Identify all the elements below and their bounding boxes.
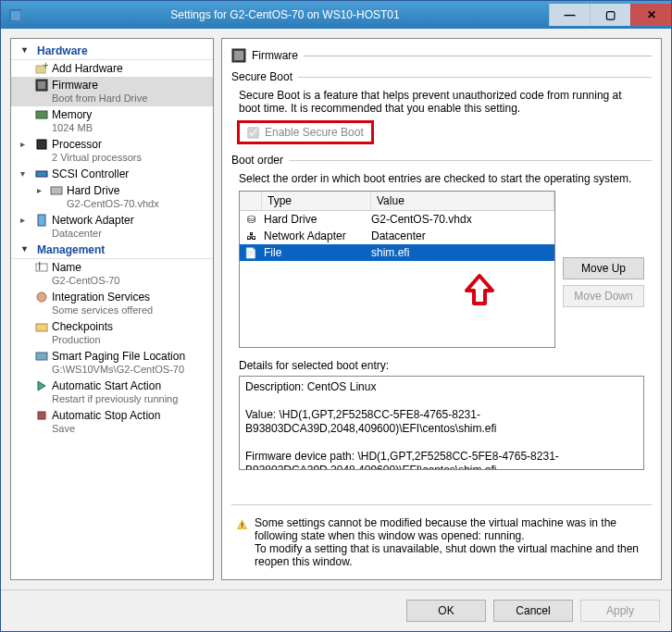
hard-drive-icon: ⛁	[240, 214, 262, 226]
sidebar-item-sub: G:\WS10VMs\G2-CentOS-70	[52, 363, 209, 376]
paging-icon	[35, 350, 48, 363]
close-button[interactable]: ✕	[630, 4, 671, 26]
svg-rect-6	[37, 140, 46, 149]
category-management[interactable]: Management	[11, 242, 213, 259]
col-type: Type	[262, 192, 371, 210]
boot-row-type: Network Adapter	[262, 229, 371, 242]
sidebar-item-label: Network Adapter	[52, 214, 134, 227]
checkpoints-icon	[35, 320, 48, 333]
collapse-icon[interactable]: ▾	[20, 167, 25, 180]
sidebar-item-sub: Restart if previously running	[52, 392, 209, 405]
sidebar-item-autostart[interactable]: Automatic Start Action Restart if previo…	[11, 378, 213, 407]
svg-rect-0	[10, 10, 21, 21]
sidebar-item-sub: Boot from Hard Drive	[52, 92, 209, 105]
sidebar-item-checkpoints[interactable]: Checkpoints Production	[11, 318, 213, 348]
panel-heading: Firmware	[252, 49, 298, 62]
firmware-icon	[35, 79, 48, 92]
boot-entry-details[interactable]: Description: CentOS Linux Value: \HD(1,G…	[239, 376, 644, 470]
window-title: Settings for G2-CentOS-70 on WS10-HOST01	[21, 8, 549, 21]
sidebar-item-sub: Production	[52, 333, 209, 346]
app-icon	[8, 8, 21, 21]
boot-row-type: File	[262, 246, 371, 259]
sidebar-item-network[interactable]: ▸ Network Adapter Datacenter	[11, 212, 213, 242]
hard-drive-icon	[50, 184, 63, 197]
cancel-button[interactable]: Cancel	[493, 600, 573, 622]
sidebar-item-label: Hard Drive	[67, 184, 119, 197]
name-icon: I	[35, 261, 48, 274]
boot-row-file[interactable]: 📄 File shim.efi	[240, 244, 554, 261]
boot-row-value: Datacenter	[371, 229, 554, 242]
warning-icon: !	[237, 516, 247, 533]
sidebar-item-memory[interactable]: Memory 1024 MB	[11, 106, 213, 136]
boot-row-hard-drive[interactable]: ⛁ Hard Drive G2-CentOS-70.vhdx	[240, 211, 554, 228]
firmware-icon	[231, 48, 246, 63]
detail-firmware-path: Firmware device path: \HD(1,GPT,2F5258CC…	[245, 450, 638, 470]
warning-line2: To modify a setting that is unavailable,…	[255, 542, 646, 568]
svg-text:+: +	[43, 62, 48, 72]
col-value: Value	[371, 192, 554, 210]
svg-point-12	[37, 292, 46, 302]
warning-line1: Some settings cannot be modified because…	[255, 516, 646, 542]
boot-order-table[interactable]: Type Value ⛁ Hard Drive G2-CentOS-70.vhd…	[239, 191, 555, 348]
enable-secure-boot-highlight: Enable Secure Boot	[237, 120, 374, 144]
sidebar-item-integration[interactable]: Integration Services Some services offer…	[11, 289, 213, 318]
sidebar-item-autostop[interactable]: Automatic Stop Action Save	[11, 407, 213, 437]
sidebar-item-label: Automatic Stop Action	[52, 409, 160, 422]
move-up-button[interactable]: Move Up	[563, 257, 644, 279]
sidebar-item-processor[interactable]: ▸ Processor 2 Virtual processors	[11, 136, 213, 166]
svg-rect-14	[36, 353, 47, 360]
sidebar-item-scsi[interactable]: ▾ SCSI Controller	[11, 166, 213, 182]
autostart-icon	[35, 379, 48, 392]
move-down-button: Move Down	[563, 285, 644, 307]
svg-text:I: I	[38, 261, 41, 273]
network-icon: 🖧	[240, 230, 262, 242]
boot-row-value: G2-CentOS-70.vhdx	[371, 213, 554, 226]
sidebar-item-label: Checkpoints	[52, 320, 113, 333]
expand-icon[interactable]: ▸	[20, 214, 25, 227]
firmware-panel: Firmware Secure Boot Secure Boot is a fe…	[221, 38, 662, 580]
category-hardware[interactable]: Hardware	[11, 43, 213, 60]
processor-icon	[35, 138, 48, 151]
enable-secure-boot-label: Enable Secure Boot	[265, 126, 364, 139]
svg-marker-15	[38, 381, 45, 390]
svg-rect-13	[36, 324, 47, 331]
maximize-button[interactable]: ▢	[590, 4, 630, 26]
boot-row-value: shim.efi	[371, 246, 554, 259]
integration-icon	[35, 291, 48, 304]
boot-order-description: Select the order in which boot entries a…	[239, 172, 644, 191]
file-icon: 📄	[240, 247, 262, 259]
sidebar-item-sub: Some services offered	[52, 304, 209, 316]
sidebar-item-sub: 1024 MB	[52, 121, 209, 134]
detail-value: Value: \HD(1,GPT,2F5258CC-5FE8-4765-8231…	[245, 408, 638, 436]
sidebar-item-hard-drive[interactable]: ▸ Hard Drive G2-CentOS-70.vhdx	[11, 182, 213, 212]
sidebar-item-label: Processor	[52, 138, 102, 151]
expand-icon[interactable]: ▸	[20, 138, 25, 151]
svg-rect-9	[38, 215, 45, 226]
boot-row-network[interactable]: 🖧 Network Adapter Datacenter	[240, 228, 554, 244]
minimize-button[interactable]: —	[549, 4, 590, 26]
sidebar-item-paging[interactable]: Smart Paging File Location G:\WS10VMs\G2…	[11, 348, 213, 378]
add-hardware-icon: +	[35, 62, 48, 75]
apply-button: Apply	[580, 600, 660, 622]
svg-rect-16	[38, 412, 45, 419]
sidebar-item-firmware[interactable]: Firmware Boot from Hard Drive	[11, 77, 213, 106]
sidebar-item-add-hardware[interactable]: + Add Hardware	[11, 60, 213, 77]
warning-message: ! Some settings cannot be modified becau…	[231, 511, 652, 574]
settings-tree: Hardware + Add Hardware Firmware Boot fr…	[10, 38, 214, 580]
detail-description: Description: CentOS Linux	[245, 380, 638, 394]
ok-button[interactable]: OK	[406, 600, 486, 622]
sidebar-item-name[interactable]: I Name G2-CentOS-70	[11, 259, 213, 289]
sidebar-item-label: Add Hardware	[52, 62, 123, 75]
svg-rect-5	[36, 111, 47, 118]
sidebar-item-sub: 2 Virtual processors	[52, 151, 209, 164]
svg-text:!: !	[241, 522, 243, 528]
dialog-footer: OK Cancel Apply	[1, 589, 671, 631]
boot-row-type: Hard Drive	[262, 213, 371, 226]
boot-order-label: Boot order	[231, 154, 283, 167]
scsi-icon	[35, 167, 48, 180]
sidebar-item-label: Name	[52, 261, 81, 274]
sidebar-item-label: Memory	[52, 108, 92, 121]
details-label: Details for selected boot entry:	[239, 359, 644, 372]
expand-icon[interactable]: ▸	[37, 184, 42, 197]
sidebar-item-sub: G2-CentOS-70	[52, 274, 209, 287]
